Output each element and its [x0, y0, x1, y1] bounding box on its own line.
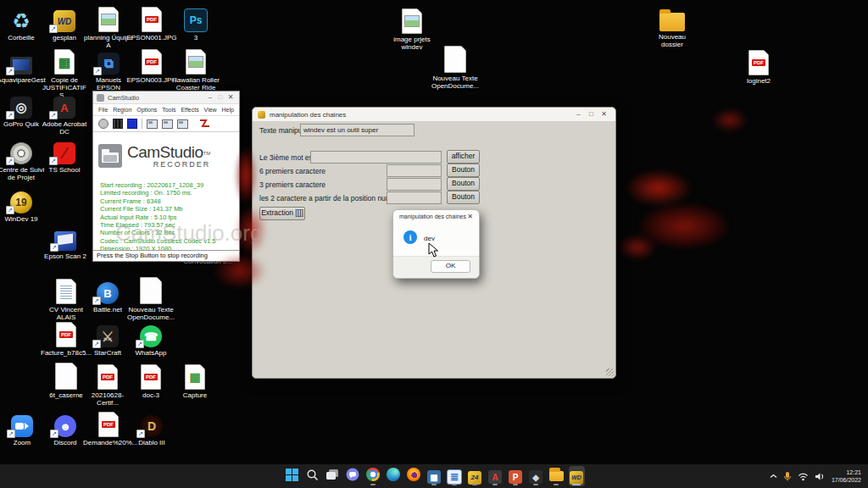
- camstudio-window: CamStudio – □ ✕ FileRegionOptionsToolsEf…: [92, 91, 240, 262]
- afficher-button[interactable]: afficher: [447, 150, 480, 164]
- taskbar-chat-button[interactable]: [345, 466, 361, 486]
- ts-school-icon: ∕: [39, 137, 90, 164]
- taskbar-clock[interactable]: 12:21 17/06/2022: [832, 469, 861, 484]
- app-icon: [258, 111, 265, 119]
- ok-button[interactable]: OK: [431, 260, 470, 273]
- desktop-icon-3[interactable]: Ps3: [170, 5, 221, 42]
- maximize-button[interactable]: □: [585, 109, 598, 119]
- running-indicator: [492, 484, 498, 485]
- logo-tm: TM: [203, 151, 211, 156]
- taskbar-powerpoint-button[interactable]: P: [508, 466, 524, 486]
- record-icon[interactable]: [98, 119, 108, 129]
- desktop-icon-label: Nouveau dossier: [647, 33, 698, 48]
- image-file-icon: [170, 47, 221, 75]
- diablo-icon: D: [126, 410, 177, 437]
- minimize-button[interactable]: –: [572, 109, 585, 119]
- desktop-icon-hawaiian-roller-coaster-ride[interactable]: Hawaiian Roller Coaster Ride: [170, 47, 221, 92]
- menu-effects[interactable]: Effects: [181, 107, 198, 113]
- desktop-icon-nouveau-texte-opendocume[interactable]: Nouveau Texte OpenDocume...: [430, 46, 481, 90]
- maximize-button[interactable]: □: [215, 92, 225, 103]
- tray-chevron-up-icon[interactable]: [770, 474, 777, 479]
- calculator-icon: ▦: [427, 469, 441, 485]
- desktop-icon-windev-19[interactable]: 19WinDev 19: [0, 186, 47, 223]
- taskbar-chrome-button[interactable]: [365, 466, 381, 486]
- menu-view[interactable]: View: [204, 107, 217, 113]
- taskbar-notepad-button[interactable]: ≣: [447, 466, 463, 486]
- desktop-icon-whatsapp[interactable]: ☎WhatsApp: [125, 320, 176, 357]
- desktop-icon-loginet2[interactable]: PDFloginet2: [733, 48, 784, 85]
- menu-help[interactable]: Help: [222, 107, 234, 113]
- powerpoint-icon: P: [509, 469, 522, 485]
- text-field-3[interactable]: [387, 178, 442, 191]
- desktop-icon-image-prjets-windev[interactable]: image prjets windev: [387, 7, 437, 51]
- desktop-icon-gesplan[interactable]: WDgesplan: [39, 5, 90, 42]
- desktop-icon-nouveau-texte-opendocume[interactable]: Nouveau Texte OpenDocume...: [125, 277, 176, 321]
- desktop-icon-epson003-jpg[interactable]: PDFEPSON003.JPG: [126, 47, 177, 84]
- region-icon[interactable]: [147, 119, 158, 129]
- camstudio-title: CamStudio: [108, 94, 205, 102]
- taskbar-windev-app-button[interactable]: WD: [569, 466, 585, 486]
- bouton-button-1[interactable]: Bouton: [447, 164, 480, 177]
- pause-icon[interactable]: [113, 119, 123, 129]
- stop-icon[interactable]: [127, 119, 137, 129]
- running-indicator: [533, 484, 538, 485]
- desktop-icon-label: Adobe Acrobat DC: [39, 120, 90, 136]
- taskbar-start-button[interactable]: [284, 466, 300, 486]
- app-titlebar[interactable]: manipulation des chaines – □ ✕: [253, 108, 615, 121]
- taskbar-photos-button[interactable]: ◆: [528, 466, 544, 486]
- desktop-icon-nouveau-dossier[interactable]: Nouveau dossier: [647, 4, 698, 48]
- desktop-icon-adobe-acrobat-dc[interactable]: AAdobe Acrobat DC: [39, 92, 90, 136]
- taskbar-search-button[interactable]: [304, 466, 320, 486]
- wifi-icon[interactable]: [798, 472, 809, 481]
- extraction-button[interactable]: Extraction [[]]: [259, 207, 305, 220]
- close-icon[interactable]: ✕: [467, 213, 473, 220]
- bouton-button-2[interactable]: Bouton: [447, 177, 480, 191]
- pdf-file-icon: PDF: [125, 363, 176, 390]
- texte-manipule-field[interactable]: windev est un outil super: [300, 124, 415, 136]
- close-button[interactable]: ✕: [225, 92, 236, 103]
- taskbar-firefox-button[interactable]: [406, 466, 422, 486]
- desktop-icon-label: TS School: [39, 166, 90, 174]
- toolbar-divider: [142, 119, 142, 129]
- close-button[interactable]: ✕: [598, 109, 610, 119]
- menu-tools[interactable]: Tools: [162, 107, 175, 113]
- desktop-icon-epson001-jpg[interactable]: PDFEPSON001.JPG: [126, 5, 177, 42]
- menu-options[interactable]: Options: [136, 107, 157, 113]
- resize-grip[interactable]: [606, 369, 614, 376]
- taskbar-edge-button[interactable]: [386, 466, 402, 486]
- desktop-icon-diablo-iii[interactable]: DDiablo III: [126, 410, 177, 446]
- taskbar-acrobat-button[interactable]: A: [487, 466, 504, 486]
- minimize-button[interactable]: –: [205, 92, 215, 103]
- menu-region[interactable]: Region: [113, 107, 131, 113]
- desktop-icon-label: Capture: [170, 391, 220, 399]
- dialog-titlebar[interactable]: manipulation des chaines ✕: [393, 210, 479, 222]
- taskbar-calculator-button[interactable]: ▦: [426, 466, 442, 486]
- menu-file[interactable]: File: [98, 107, 108, 113]
- taskbar-explorer-button[interactable]: [548, 466, 565, 486]
- fullscreen-icon[interactable]: [177, 119, 188, 129]
- camstudio-titlebar[interactable]: CamStudio – □ ✕: [93, 92, 239, 104]
- dialog-title: manipulation des chaines: [399, 214, 467, 219]
- annotation-icon[interactable]: [199, 119, 210, 129]
- camstudio-logo: CamStudioTM RECORDER: [93, 132, 239, 180]
- windev19-icon: 19: [0, 186, 47, 214]
- desktop-icon-epson-scan-2[interactable]: Epson Scan 2: [40, 224, 91, 260]
- fixed-region-icon[interactable]: [162, 119, 173, 129]
- windev-app-icon: WD: [570, 468, 583, 485]
- bouton-button-3[interactable]: Bouton: [447, 191, 480, 204]
- text-field-4[interactable]: [387, 191, 442, 204]
- desktop-icon-label: gesplan: [39, 34, 90, 42]
- running-indicator: [513, 484, 518, 485]
- text-field-1[interactable]: [310, 151, 442, 164]
- text-field-2[interactable]: [387, 164, 442, 177]
- desktop-icon-ts-school[interactable]: ∕TS School: [39, 137, 90, 174]
- desktop-icon-doc-3[interactable]: PDFdoc-3: [125, 363, 176, 399]
- taskbar-windev24-button[interactable]: 24: [467, 466, 483, 486]
- app-title: manipulation des chaines: [270, 111, 572, 119]
- speaker-icon[interactable]: [815, 472, 826, 481]
- whatsapp-icon: ☎: [125, 320, 176, 347]
- stat-line: Codec : CamStudio Lossless Codec v1.5: [100, 237, 239, 245]
- desktop-icon-capture[interactable]: ▦Capture: [170, 363, 220, 399]
- microphone-in-use-icon[interactable]: [783, 471, 792, 481]
- taskbar-task-view-button[interactable]: [325, 466, 341, 486]
